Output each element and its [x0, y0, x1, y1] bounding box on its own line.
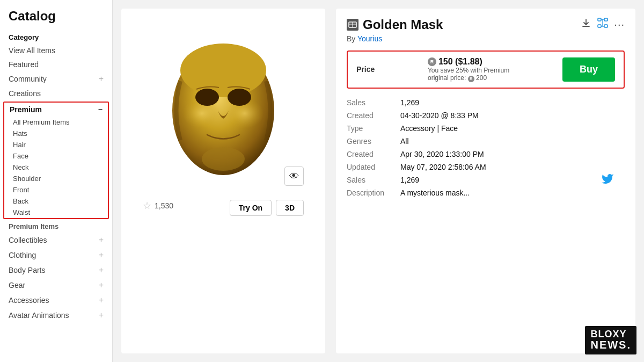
category-section-title: Category: [0, 30, 112, 44]
sidebar: Catalog Category View All Items Featured…: [0, 0, 113, 362]
price-details: R 150 ($1.88) You save 25% with Premium …: [428, 57, 509, 82]
premium-items-label: Premium Items: [0, 220, 112, 233]
detail-row: Sales1,269: [347, 96, 625, 109]
rating-count: 1,530: [155, 201, 173, 210]
sidebar-item-view-all[interactable]: View All Items: [0, 44, 112, 57]
sidebar-item-neck[interactable]: Neck: [4, 162, 108, 173]
sidebar-item-creations[interactable]: Creations: [0, 86, 112, 100]
detail-value: 1,269: [400, 173, 625, 186]
robux-icon-original: R: [468, 76, 474, 82]
sidebar-item-face[interactable]: Face: [4, 150, 108, 162]
sidebar-item-community[interactable]: Community +: [0, 71, 112, 86]
svg-point-5: [228, 89, 251, 106]
sidebar-item-body-parts[interactable]: Body Parts +: [0, 263, 112, 278]
detail-value: Apr 30, 2020 1:33:00 PM: [400, 148, 625, 161]
premium-header[interactable]: Premium −: [4, 103, 108, 117]
twitter-icon[interactable]: [601, 172, 614, 189]
sidebar-item-label: Body Parts: [9, 266, 45, 274]
sidebar-item-collectibles[interactable]: Collectibles +: [0, 233, 112, 248]
svg-rect-13: [604, 25, 608, 27]
author-name: Yourius: [357, 34, 382, 43]
item-image-area: 👁: [137, 19, 309, 191]
item-actions: Try On 3D: [230, 200, 304, 216]
detail-label: Created: [347, 109, 400, 122]
item-title: Golden Mask: [363, 17, 443, 32]
bloxy-line2: NEWS.: [590, 339, 631, 351]
detail-row: CreatedApr 30, 2020 1:33:00 PM: [347, 148, 625, 161]
catalog-title: Catalog: [0, 9, 112, 30]
plus-icon: +: [99, 265, 104, 275]
sidebar-item-shoulder[interactable]: Shoulder: [4, 173, 108, 184]
header-icons: ···: [581, 17, 625, 32]
sidebar-item-label: View All Items: [9, 46, 55, 55]
item-rating: ☆ 1,530: [143, 200, 173, 212]
price-save: You save 25% with Premium: [428, 67, 509, 74]
detail-row: UpdatedMay 07, 2020 2:58:06 AM: [347, 161, 625, 173]
detail-label: Sales: [347, 173, 400, 186]
sidebar-item-gear[interactable]: Gear +: [0, 278, 112, 293]
sidebar-item-waist[interactable]: Waist: [4, 207, 108, 218]
main-content: 👁 ☆ 1,530 Try On 3D: [113, 0, 644, 362]
sidebar-item-clothing[interactable]: Clothing +: [0, 248, 112, 263]
sidebar-item-label: Featured: [9, 60, 39, 69]
download-icon[interactable]: [581, 18, 591, 31]
svg-rect-11: [604, 18, 608, 21]
plus-icon: +: [99, 74, 104, 84]
more-options-icon[interactable]: ···: [614, 18, 625, 31]
price-original: original price: R 200: [428, 74, 487, 82]
svg-rect-10: [598, 18, 601, 21]
price-amount: 150 ($1.88): [438, 57, 482, 67]
detail-row: GenresAll: [347, 135, 625, 148]
bloxy-watermark: BLOXY NEWS.: [585, 326, 636, 354]
bloxy-line1: BLOXY: [590, 329, 631, 339]
item-header: Golden Mask: [347, 17, 625, 32]
sidebar-item-label: Gear: [9, 281, 25, 289]
price-main: R 150 ($1.88): [428, 57, 482, 67]
sidebar-item-hats[interactable]: Hats: [4, 128, 108, 139]
detail-row: TypeAccessory | Face: [347, 122, 625, 135]
item-title-row: Golden Mask: [347, 17, 443, 32]
details-table: Sales1,269Created04-30-2020 @ 8:33 PMTyp…: [347, 96, 625, 199]
premium-icon: [348, 20, 357, 29]
detail-value: A mysterious mask...: [400, 186, 625, 199]
detail-value: 04-30-2020 @ 8:33 PM: [400, 109, 625, 122]
detail-label: Type: [347, 122, 400, 135]
svg-point-6: [202, 147, 245, 171]
detail-row: Sales1,269: [347, 173, 625, 186]
sidebar-item-all-premium[interactable]: All Premium Items: [4, 117, 108, 128]
sidebar-item-label: Creations: [9, 89, 41, 98]
eye-icon: 👁: [289, 171, 299, 182]
3d-button[interactable]: 3D: [276, 200, 304, 216]
premium-section: Premium − All Premium Items Hats Hair Fa…: [3, 102, 109, 219]
sidebar-item-back[interactable]: Back: [4, 196, 108, 207]
sidebar-item-label: Collectibles: [9, 236, 47, 244]
item-image: [153, 27, 293, 183]
item-display: 👁 ☆ 1,530 Try On 3D: [121, 9, 325, 353]
premium-badge: [347, 19, 358, 31]
sidebar-item-front[interactable]: Front: [4, 184, 108, 196]
detail-row: DescriptionA mysterious mask...: [347, 186, 625, 199]
view-button[interactable]: 👁: [284, 166, 304, 186]
plus-icon: +: [99, 235, 104, 245]
detail-value: 1,269: [400, 96, 625, 109]
sidebar-item-avatar-animations[interactable]: Avatar Animations +: [0, 308, 112, 323]
price-label: Price: [356, 65, 375, 74]
sidebar-item-featured[interactable]: Featured: [0, 57, 112, 71]
sidebar-item-accessories[interactable]: Accessories +: [0, 293, 112, 308]
tree-icon[interactable]: [597, 17, 609, 32]
buy-button[interactable]: Buy: [562, 57, 615, 82]
detail-row: Created04-30-2020 @ 8:33 PM: [347, 109, 625, 122]
detail-label: Updated: [347, 161, 400, 173]
detail-label: Genres: [347, 135, 400, 148]
detail-label: Created: [347, 148, 400, 161]
svg-point-4: [195, 89, 219, 106]
try-on-button[interactable]: Try On: [230, 200, 272, 216]
svg-rect-12: [598, 25, 601, 27]
star-icon: ☆: [143, 200, 151, 212]
premium-label: Premium: [10, 105, 42, 114]
sidebar-item-hair[interactable]: Hair: [4, 139, 108, 150]
robux-icon-main: R: [428, 57, 436, 66]
svg-point-1: [180, 44, 266, 97]
detail-label: Sales: [347, 96, 400, 109]
sidebar-item-label: Clothing: [9, 251, 36, 259]
